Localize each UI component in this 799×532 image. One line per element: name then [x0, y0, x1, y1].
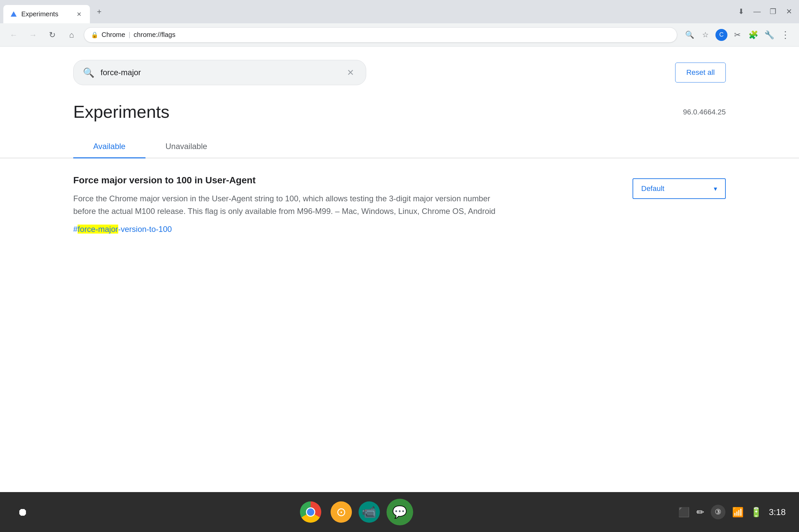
new-tab-button[interactable]: + [92, 4, 107, 19]
tabs-container: Available Unavailable [0, 122, 799, 158]
chrome-inner-circle [306, 507, 315, 517]
puzzle-extension-icon[interactable]: 🧩 [746, 28, 760, 42]
tab-unavailable[interactable]: Unavailable [146, 135, 227, 158]
back-button[interactable]: ← [7, 28, 21, 42]
taskbar-clock: 3:18 [769, 507, 786, 517]
flag-description: Force the Chrome major version in the Us… [73, 192, 506, 218]
avatar-icon[interactable]: C [714, 28, 728, 42]
flag-anchor[interactable]: #force-major-version-to-100 [73, 225, 172, 233]
taskbar-screenshot-icon[interactable]: ⬛ [678, 507, 690, 518]
address-site-label: Chrome [101, 31, 125, 39]
taskbar-battery-icon[interactable]: 🔋 [750, 507, 762, 518]
toolbar-icons: 🔍 ☆ C ✂ 🧩 🔧 ⋮ [683, 28, 792, 42]
tab-title: Experiments [21, 10, 71, 18]
flag-section: Force major version to 100 in User-Agent… [0, 158, 799, 250]
taskbar: ⏺ ⊙ 📹 💬 ⬛ ✏ ③ 📶 🔋 [0, 492, 799, 532]
flag-dropdown[interactable]: Default ▾ [633, 178, 726, 199]
taskbar-notification-icon[interactable]: ③ [711, 505, 725, 519]
taskbar-record-icon[interactable]: ⏺ [13, 503, 32, 521]
active-tab[interactable]: Experiments ✕ [3, 5, 90, 23]
taskbar-green-app-icon[interactable]: 💬 [387, 499, 413, 525]
menu-button[interactable]: ⋮ [778, 28, 792, 42]
download-button[interactable]: ⬇ [735, 5, 748, 18]
search-toolbar-icon[interactable]: 🔍 [683, 28, 696, 42]
svg-marker-0 [11, 11, 17, 17]
bookmark-icon[interactable]: ☆ [699, 28, 712, 42]
page-title: Experiments [73, 102, 169, 122]
flag-link-rest: -version-to-100 [118, 225, 172, 233]
address-bar[interactable]: 🔒 Chrome | chrome://flags [84, 27, 677, 43]
custom-extension-icon[interactable]: 🔧 [762, 28, 776, 42]
home-button[interactable]: ⌂ [64, 28, 78, 42]
taskbar-center: ⊙ 📹 💬 [39, 499, 671, 525]
search-area: 🔍 ✕ Reset all [0, 46, 799, 85]
version-text: 96.0.4664.25 [683, 108, 726, 116]
tab-close-button[interactable]: ✕ [75, 10, 83, 19]
tab-favicon [10, 11, 17, 18]
experiments-header: Experiments 96.0.4664.25 [0, 85, 799, 122]
taskbar-yellow-app-icon[interactable]: ⊙ [331, 501, 352, 523]
search-clear-button[interactable]: ✕ [345, 66, 356, 78]
window-controls: ⬇ — ❐ ✕ [735, 5, 796, 18]
taskbar-wifi-icon[interactable]: 📶 [732, 507, 744, 518]
flag-title: Force major version to 100 in User-Agent [73, 175, 506, 186]
address-url-text: chrome://flags [133, 31, 670, 39]
flag-row: Force major version to 100 in User-Agent… [73, 175, 726, 234]
forward-button[interactable]: → [26, 28, 40, 42]
scissors-extension-icon[interactable]: ✂ [730, 28, 744, 42]
reset-all-button[interactable]: Reset all [675, 62, 726, 82]
dropdown-arrow-icon: ▾ [714, 185, 717, 193]
flag-info: Force major version to 100 in User-Agent… [73, 175, 506, 234]
close-button[interactable]: ✕ [782, 5, 796, 18]
page-content: 🔍 ✕ Reset all Experiments 96.0.4664.25 A… [0, 46, 799, 492]
flag-link-highlighted: force-major [78, 225, 118, 233]
search-input[interactable] [100, 68, 339, 77]
address-favicon-icon: 🔒 [91, 31, 98, 39]
flag-link[interactable]: #force-major-version-to-100 [73, 225, 506, 234]
taskbar-left: ⏺ [13, 503, 32, 521]
minimize-button[interactable]: — [750, 5, 764, 18]
taskbar-chrome-icon[interactable] [297, 499, 324, 525]
taskbar-meet-icon[interactable]: 📹 [358, 501, 380, 523]
tab-available[interactable]: Available [73, 135, 146, 158]
flag-dropdown-value: Default [641, 184, 665, 193]
tab-strip: Experiments ✕ + [3, 0, 735, 23]
search-icon: 🔍 [83, 67, 95, 78]
taskbar-right: ⬛ ✏ ③ 📶 🔋 3:18 [678, 505, 786, 519]
maximize-button[interactable]: ❐ [766, 5, 780, 18]
flag-dropdown-wrapper: Default ▾ [626, 178, 726, 199]
refresh-button[interactable]: ↻ [45, 28, 59, 42]
search-box[interactable]: 🔍 ✕ [73, 60, 366, 85]
flag-link-hash: # [73, 225, 78, 233]
taskbar-pen-icon[interactable]: ✏ [696, 507, 704, 518]
browser-toolbar: ← → ↻ ⌂ 🔒 Chrome | chrome://flags 🔍 ☆ C … [0, 23, 799, 46]
title-bar: Experiments ✕ + ⬇ — ❐ ✕ [0, 0, 799, 23]
address-separator: | [129, 31, 130, 39]
